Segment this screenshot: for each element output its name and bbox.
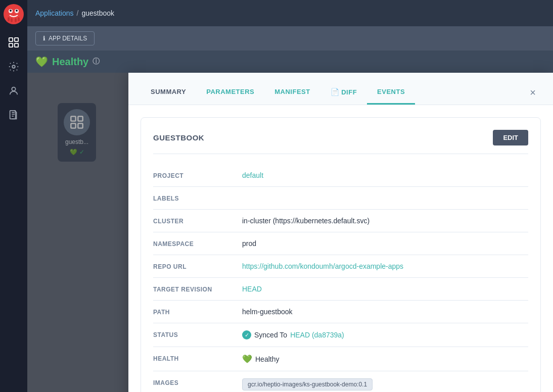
healthy-bar: 💚 Healthy ⓘ — [27, 51, 553, 73]
diff-file-icon: 📄 — [331, 88, 340, 96]
field-repo-url: REPO URL https://github.com/kondoumh/arg… — [153, 255, 528, 278]
tab-summary[interactable]: SUMMARY — [141, 81, 196, 105]
value-images[interactable]: gcr.io/heptio-images/ks-guestbook-demo:0… — [242, 378, 373, 390]
label-health: HEALTH — [153, 354, 234, 362]
healthy-label: Healthy — [52, 56, 88, 68]
status-text: Synced To — [254, 331, 287, 339]
logo-avatar — [4, 4, 24, 24]
field-cluster: CLUSTER in-cluster (https://kubernetes.d… — [153, 210, 528, 232]
svg-point-0 — [4, 4, 24, 24]
sidebar — [0, 0, 27, 392]
heart-health-icon: 💚 — [35, 56, 48, 68]
field-namespace: NAMESPACE prod — [153, 232, 528, 255]
field-labels: LABELS — [153, 187, 528, 210]
edit-button[interactable]: EDIT — [493, 130, 528, 145]
field-status: STATUS ✓ Synced To HEAD (da8739a) — [153, 323, 528, 347]
health-heart-icon: 💚 — [242, 354, 252, 364]
value-target-revision[interactable]: HEAD — [242, 285, 528, 293]
sidebar-item-settings[interactable] — [3, 56, 25, 78]
sidebar-item-user[interactable] — [3, 80, 25, 102]
breadcrumb-separator: / — [77, 9, 79, 17]
content-area: guestb... 💚 ✓ SUMMARY PARAMETERS MANIFES… — [27, 73, 553, 392]
field-images: IMAGES gcr.io/heptio-images/ks-guestbook… — [153, 371, 528, 392]
label-images: IMAGES — [153, 378, 234, 386]
svg-rect-11 — [9, 43, 13, 47]
value-project[interactable]: default — [242, 171, 528, 179]
status-head-link[interactable]: HEAD (da8739a) — [290, 331, 344, 339]
svg-point-3 — [10, 10, 12, 12]
svg-rect-10 — [15, 38, 18, 41]
modal-panel: SUMMARY PARAMETERS MANIFEST 📄 DIFF EVENT… — [128, 73, 553, 392]
value-path: helm-guestbook — [242, 308, 528, 316]
close-button[interactable]: × — [525, 85, 541, 101]
breadcrumb-current: guestbook — [81, 9, 114, 17]
svg-rect-9 — [9, 38, 13, 41]
label-labels: LABELS — [153, 194, 234, 202]
breadcrumb: Applications / guestbook — [35, 9, 114, 17]
modal-header: SUMMARY PARAMETERS MANIFEST 📄 DIFF EVENT… — [128, 73, 553, 105]
tab-diff[interactable]: 📄 DIFF — [320, 81, 367, 105]
label-path: PATH — [153, 308, 234, 316]
label-repo-url: REPO URL — [153, 262, 234, 270]
sidebar-item-docs[interactable] — [3, 104, 25, 126]
info-tooltip-icon[interactable]: ⓘ — [93, 57, 100, 66]
value-namespace: prod — [242, 239, 528, 248]
label-target-revision: TARGET REVISION — [153, 285, 234, 293]
svg-rect-5 — [8, 17, 10, 21]
summary-card: GUESTBOOK EDIT PROJECT default LABELS — [141, 117, 541, 392]
label-status: STATUS — [153, 330, 234, 338]
app-detail-bar: ℹ APP DETAILS — [27, 26, 553, 51]
field-project: PROJECT default — [153, 164, 528, 187]
field-target-revision: TARGET REVISION HEAD — [153, 278, 528, 301]
value-cluster: in-cluster (https://kubernetes.default.s… — [242, 217, 528, 225]
tab-parameters[interactable]: PARAMETERS — [196, 81, 264, 105]
svg-point-4 — [16, 10, 18, 12]
svg-rect-7 — [15, 18, 17, 22]
svg-point-14 — [12, 87, 15, 91]
modal-overlay: SUMMARY PARAMETERS MANIFEST 📄 DIFF EVENT… — [27, 73, 553, 392]
svg-point-13 — [12, 65, 15, 68]
info-icon: ℹ — [43, 35, 45, 42]
sync-check-icon: ✓ — [242, 330, 251, 339]
health-text: Healthy — [255, 355, 279, 363]
tab-manifest[interactable]: MANIFEST — [264, 81, 320, 105]
breadcrumb-applications[interactable]: Applications — [35, 9, 74, 17]
sidebar-item-applications[interactable] — [3, 31, 25, 54]
value-health: 💚 Healthy — [242, 354, 279, 364]
label-cluster: CLUSTER — [153, 217, 234, 225]
label-namespace: NAMESPACE — [153, 239, 234, 248]
main-area: Applications / guestbook ℹ APP DETAILS 💚… — [27, 0, 553, 392]
svg-rect-8 — [18, 17, 20, 21]
modal-tabs: SUMMARY PARAMETERS MANIFEST 📄 DIFF EVENT… — [141, 81, 525, 105]
svg-rect-6 — [11, 18, 13, 22]
label-project: PROJECT — [153, 171, 234, 179]
top-nav: Applications / guestbook — [27, 0, 553, 26]
summary-title-row: GUESTBOOK EDIT — [153, 130, 528, 154]
field-path: PATH helm-guestbook — [153, 301, 528, 323]
app-title: GUESTBOOK — [153, 133, 204, 142]
field-health: HEALTH 💚 Healthy — [153, 347, 528, 371]
tab-events[interactable]: EVENTS — [367, 81, 415, 105]
svg-rect-12 — [15, 43, 18, 47]
app-details-button[interactable]: ℹ APP DETAILS — [35, 31, 95, 45]
modal-content: GUESTBOOK EDIT PROJECT default LABELS — [128, 105, 553, 392]
value-repo-url[interactable]: https://github.com/kondoumh/argocd-examp… — [242, 262, 528, 270]
value-status: ✓ Synced To HEAD (da8739a) — [242, 330, 344, 339]
